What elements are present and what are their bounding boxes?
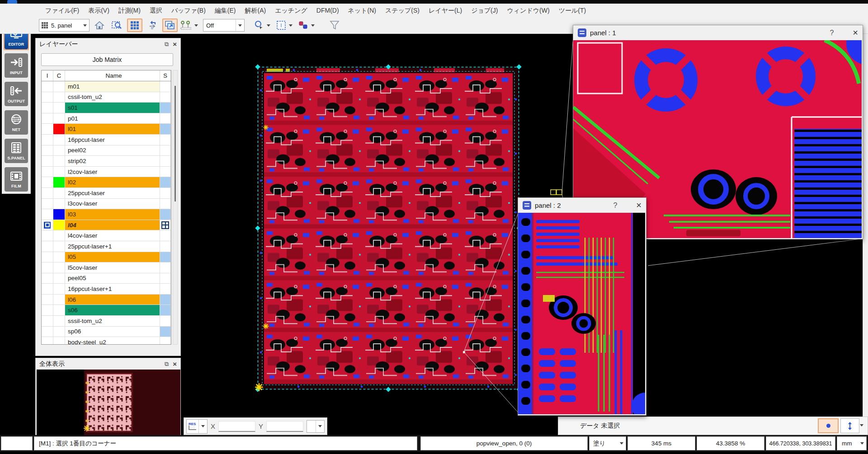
layer-row[interactable]: l06: [42, 295, 171, 305]
layer-active-cell[interactable]: [42, 156, 53, 167]
chevron-down-icon[interactable]: [860, 442, 864, 445]
layer-active-cell[interactable]: [42, 337, 53, 345]
layer-name[interactable]: peel05: [65, 273, 160, 284]
layer-active-cell[interactable]: [42, 113, 53, 124]
menu-item[interactable]: 編集(E): [210, 4, 241, 17]
column-header-name[interactable]: Name: [65, 70, 160, 81]
column-header-i[interactable]: I: [42, 70, 53, 81]
layer-name[interactable]: 16ppcut-laser: [65, 135, 160, 145]
layer-color-cell[interactable]: [53, 113, 65, 124]
popview-window-2[interactable]: panel : 2 ? ×: [518, 197, 646, 416]
layer-color-cell[interactable]: [53, 252, 65, 263]
layer-active-cell[interactable]: [42, 188, 53, 199]
step-select-combo[interactable]: 5. panel: [39, 19, 90, 32]
layer-name[interactable]: 25ppcut-laser: [65, 188, 160, 199]
layer-color-cell[interactable]: [53, 337, 65, 345]
layer-s-cell[interactable]: [160, 135, 171, 145]
layer-name[interactable]: strip02: [65, 156, 160, 167]
column-header-c[interactable]: C: [53, 70, 65, 81]
layer-s-cell[interactable]: [160, 113, 171, 124]
close-icon[interactable]: ×: [853, 28, 858, 38]
layer-name[interactable]: l2cov-laser: [65, 167, 160, 178]
measure-tool-group[interactable]: [180, 20, 201, 31]
sidebar-item-input[interactable]: INPUT: [4, 52, 29, 79]
layer-row[interactable]: l04: [42, 220, 171, 231]
layer-row[interactable]: cssil-tom_u2: [42, 92, 171, 103]
fill-mode-combo[interactable]: 塗り: [589, 436, 626, 450]
snap-cursor-group[interactable]: [253, 19, 273, 31]
layer-name[interactable]: l05: [65, 252, 160, 263]
chevron-down-icon[interactable]: [238, 24, 242, 27]
layer-name[interactable]: s06: [65, 305, 160, 316]
float-panel-icon[interactable]: ⧉: [165, 41, 169, 48]
layer-active-cell[interactable]: [42, 305, 53, 316]
chevron-down-icon[interactable]: [860, 424, 863, 426]
layer-name[interactable]: l03: [65, 209, 160, 220]
layer-s-cell[interactable]: [160, 241, 171, 252]
canvas-vertical-scrollbar[interactable]: [863, 34, 868, 417]
layer-s-cell[interactable]: [160, 230, 171, 241]
layer-name[interactable]: peel02: [65, 145, 160, 156]
menu-item[interactable]: 解析(A): [241, 4, 271, 17]
menu-item[interactable]: 選択: [145, 4, 167, 17]
layer-s-cell[interactable]: [160, 273, 171, 284]
chevron-down-icon[interactable]: [620, 442, 623, 445]
layer-s-cell[interactable]: [160, 124, 171, 135]
column-header-s[interactable]: S: [160, 70, 171, 81]
layer-name[interactable]: sp06: [65, 327, 160, 337]
layer-s-cell[interactable]: [160, 305, 171, 316]
layer-s-cell[interactable]: [160, 156, 171, 167]
swap-axes-button[interactable]: [145, 19, 160, 32]
menu-item[interactable]: ジョブ(J): [467, 4, 502, 17]
layer-color-cell[interactable]: [53, 145, 65, 156]
layer-name[interactable]: l06: [65, 295, 160, 305]
layer-row[interactable]: body-steel_u2: [42, 337, 171, 345]
layer-row[interactable]: l01: [42, 124, 171, 135]
popview2-titlebar[interactable]: panel : 2 ? ×: [518, 198, 646, 213]
zoom-select-button[interactable]: [109, 19, 125, 32]
grid-view-button[interactable]: [127, 19, 142, 32]
res-mode-button[interactable]: RES: [186, 419, 208, 434]
job-matrix-button[interactable]: Job Matrix: [41, 53, 173, 66]
layer-row[interactable]: 25ppcut-laser+1: [42, 241, 171, 252]
home-button[interactable]: [92, 19, 107, 32]
layer-s-cell[interactable]: [160, 167, 171, 178]
close-icon[interactable]: ×: [173, 40, 177, 48]
layer-table-scrollbar[interactable]: [173, 70, 178, 345]
layer-active-cell[interactable]: [42, 103, 53, 113]
overview-viewport[interactable]: [37, 370, 179, 434]
layer-color-cell[interactable]: [53, 92, 65, 103]
popview1-titlebar[interactable]: panel : 1 ? ×: [573, 25, 863, 40]
layer-s-cell[interactable]: [160, 188, 171, 199]
layer-active-cell[interactable]: [42, 284, 53, 295]
menu-item[interactable]: ネット(N): [344, 4, 381, 17]
layer-active-cell[interactable]: [42, 177, 53, 188]
help-button[interactable]: ?: [830, 29, 834, 37]
layer-color-cell[interactable]: [53, 177, 65, 188]
layer-s-cell[interactable]: [160, 295, 171, 305]
scrollbar-thumb[interactable]: [175, 86, 176, 201]
point-select-button[interactable]: [818, 418, 839, 433]
layer-row[interactable]: sssil-tom_u2: [42, 316, 171, 327]
close-icon[interactable]: ×: [173, 360, 177, 368]
layer-color-cell[interactable]: [53, 305, 65, 316]
chevron-down-icon[interactable]: [194, 24, 198, 27]
chevron-down-icon[interactable]: [267, 24, 270, 27]
menu-item[interactable]: ウィンドウ(W): [502, 4, 554, 17]
layer-s-cell[interactable]: [160, 209, 171, 220]
layer-color-cell[interactable]: [53, 316, 65, 327]
layer-s-cell[interactable]: [160, 220, 171, 231]
layer-name[interactable]: l5cov-laser: [65, 262, 160, 273]
layer-name[interactable]: 25ppcut-laser+1: [65, 241, 160, 252]
layer-s-cell[interactable]: [160, 316, 171, 327]
layer-name[interactable]: body-steel_u2: [65, 337, 160, 345]
menu-item[interactable]: ステップ(S): [381, 4, 424, 17]
coord-unit-combo[interactable]: [307, 420, 325, 433]
layer-row[interactable]: peel02: [42, 145, 171, 156]
layer-s-cell[interactable]: [160, 252, 171, 263]
chevron-down-icon[interactable]: [318, 425, 322, 427]
layer-color-cell[interactable]: [53, 262, 65, 273]
chevron-down-icon[interactable]: [83, 24, 87, 27]
layer-color-cell[interactable]: [53, 188, 65, 199]
layer-name[interactable]: l4cov-laser: [65, 230, 160, 241]
